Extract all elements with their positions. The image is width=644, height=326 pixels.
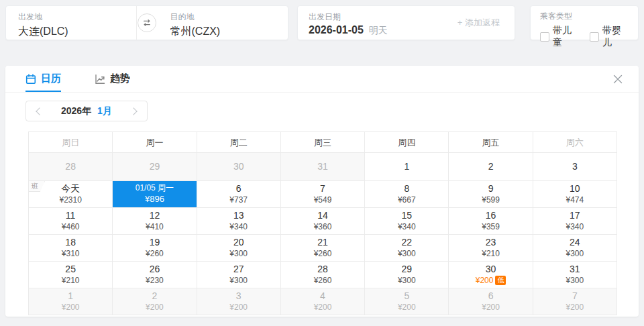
calendar-cell[interactable]: 31 (281, 153, 365, 181)
destination-value[interactable]: 常州(CZX) (170, 25, 288, 39)
cell-day: 4 (320, 290, 325, 302)
close-panel-button[interactable] (612, 73, 624, 85)
calendar-icon (25, 74, 36, 85)
calendar-cell[interactable]: 6¥200 (449, 288, 533, 315)
cell-day: 今天 (61, 182, 80, 195)
calendar-cell[interactable]: 27¥300 (197, 262, 281, 288)
with-child-checkbox[interactable] (540, 32, 549, 42)
cell-day: 28 (65, 160, 76, 172)
cell-day: 13 (233, 209, 244, 221)
calendar-cell[interactable]: 2¥200 (113, 288, 197, 315)
cell-price: ¥300 (229, 276, 248, 286)
destination-field[interactable]: 目的地 常州(CZX) (136, 6, 288, 40)
calendar-cell[interactable]: 6¥737 (197, 181, 281, 208)
calendar-cell[interactable]: 11¥460 (29, 208, 113, 235)
weekday-header: 周日 (29, 132, 113, 153)
calendar-cell[interactable]: 7¥200 (533, 288, 617, 315)
calendar-cell[interactable]: 26¥230 (113, 262, 197, 288)
weekday-header: 周六 (533, 132, 617, 153)
add-return-button[interactable]: + 添加返程 (458, 17, 515, 29)
swap-horizontal-icon (142, 18, 152, 28)
low-price-badge: 低 (495, 276, 506, 285)
with-infant-checkbox[interactable] (590, 32, 599, 42)
depart-date-field[interactable]: 出发日期 2026-01-05 明天 (298, 6, 388, 40)
calendar-cell[interactable]: 1¥200 (29, 288, 113, 315)
with-infant-option[interactable]: 带婴儿 (590, 25, 630, 49)
cell-day: 9 (488, 182, 494, 195)
depart-date-value[interactable]: 2026-01-05 (309, 24, 364, 36)
calendar-cell[interactable]: 班今天¥2310 (29, 181, 113, 208)
calendar-cell[interactable]: 30¥200低 (449, 262, 533, 288)
with-child-label: 带儿童 (553, 25, 580, 49)
calendar-cell[interactable]: 25¥210 (29, 262, 113, 288)
cell-price: ¥200 (146, 303, 164, 313)
cell-day: 29 (401, 263, 412, 275)
cell-price: ¥340 (566, 222, 584, 233)
cell-day: 31 (570, 263, 580, 275)
calendar-cell[interactable]: 3 (533, 153, 617, 181)
calendar-cell[interactable]: 14¥360 (281, 208, 365, 235)
calendar-cell[interactable]: 19¥260 (113, 235, 197, 262)
calendar-cell[interactable]: 15¥340 (365, 208, 449, 235)
cell-price: ¥210 (482, 249, 500, 260)
calendar-cell[interactable]: 7¥549 (281, 181, 365, 208)
cell-day: 22 (401, 236, 412, 248)
calendar-cell[interactable]: 24¥300 (533, 235, 617, 262)
calendar-cell[interactable]: 29 (113, 153, 197, 181)
cell-day: 27 (233, 263, 244, 275)
origin-value[interactable]: 大连(DLC) (18, 25, 136, 39)
calendar-cell[interactable]: 28 (29, 153, 113, 181)
cell-day: 10 (570, 182, 580, 195)
cell-price: ¥667 (398, 195, 416, 206)
prev-month-button[interactable] (36, 107, 43, 115)
calendar-cell[interactable]: 23¥210 (449, 235, 533, 262)
calendar-cell[interactable]: 2 (449, 153, 533, 181)
tab-trend[interactable]: 趋势 (95, 66, 130, 92)
cell-price: ¥360 (314, 222, 332, 233)
calendar-cell[interactable]: 13¥340 (197, 208, 281, 235)
cell-price: ¥200 (398, 303, 416, 313)
calendar-cell[interactable]: 12¥410 (113, 208, 197, 235)
cell-day: 31 (317, 160, 328, 172)
cell-day: 26 (150, 263, 160, 275)
cell-day: 5 (404, 290, 409, 302)
calendar-grid: 周日周一周二周三周四周五周六28293031123班今天¥231001/05 周… (28, 131, 617, 315)
tab-calendar[interactable]: 日历 (25, 66, 61, 92)
calendar-cell[interactable]: 21¥260 (281, 235, 365, 262)
passenger-type-label: 乘客类型 (540, 11, 630, 22)
search-bar: 出发地 大连(DLC) 目的地 常州(CZX) 出发日期 2026-01-05 … (5, 5, 639, 40)
cell-day: 19 (150, 236, 160, 248)
calendar-cell[interactable]: 5¥200 (365, 288, 449, 315)
cell-day: 7 (320, 182, 325, 195)
weekday-header: 周二 (197, 132, 281, 153)
calendar-cell[interactable]: 20¥300 (197, 235, 281, 262)
calendar-cell[interactable]: 3¥200 (197, 288, 281, 315)
cell-day: 30 (233, 160, 244, 172)
tab-trend-label: 趋势 (110, 72, 130, 85)
cell-day: 1 (68, 290, 73, 302)
calendar-cell[interactable]: 30 (197, 153, 281, 181)
cell-price: ¥460 (62, 222, 80, 233)
calendar-cell[interactable]: 29¥300 (365, 262, 449, 288)
with-child-option[interactable]: 带儿童 (540, 25, 580, 49)
cell-price: ¥260 (314, 249, 332, 260)
calendar-cell[interactable]: 10¥474 (533, 181, 617, 208)
next-month-button[interactable] (129, 107, 137, 115)
calendar-cell[interactable]: 9¥599 (449, 181, 533, 208)
calendar-cell[interactable]: 8¥667 (365, 181, 449, 208)
calendar-cell[interactable]: 18¥310 (29, 235, 113, 262)
swap-route-button[interactable] (138, 13, 156, 32)
calendar-cell[interactable]: 16¥359 (449, 208, 533, 235)
close-x-icon (612, 76, 624, 87)
calendar-cell[interactable]: 17¥340 (533, 208, 617, 235)
calendar-cell-selected[interactable]: 01/05 周一¥896 (113, 181, 197, 208)
calendar-cell[interactable]: 31¥300 (533, 262, 617, 288)
cell-price: ¥200 (62, 303, 80, 313)
calendar-cell[interactable]: 28¥260 (281, 262, 365, 288)
cell-price: ¥2310 (59, 195, 81, 206)
calendar-cell[interactable]: 4¥200 (281, 288, 365, 315)
calendar-cell[interactable]: 22¥300 (365, 235, 449, 262)
origin-field[interactable]: 出发地 大连(DLC) (6, 6, 136, 40)
cell-price: ¥230 (146, 276, 164, 286)
calendar-cell[interactable]: 1 (365, 153, 449, 181)
